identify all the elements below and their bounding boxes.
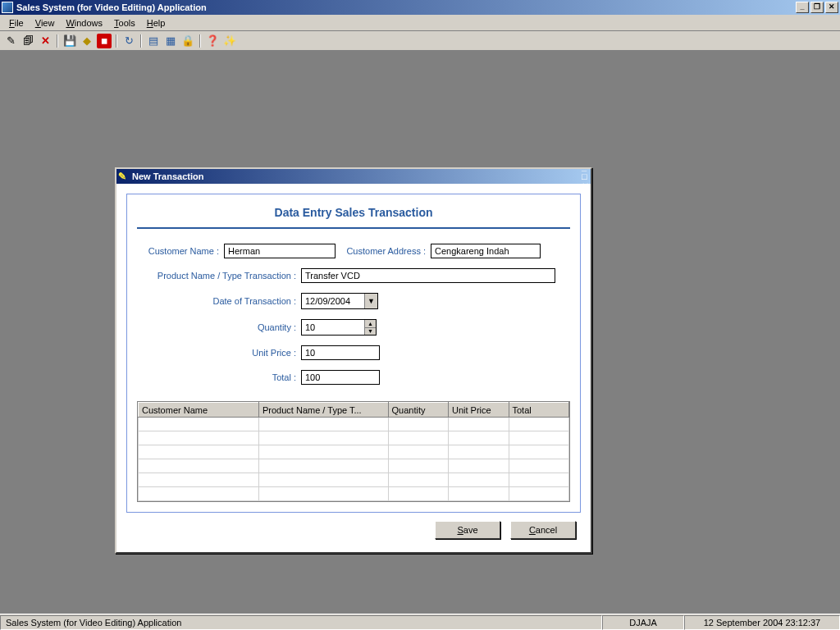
grid-header-price[interactable]: Unit Price <box>449 403 509 418</box>
statusbar-text: Sales System (for Video Editing) Applica… <box>0 615 602 630</box>
heading-separator <box>137 227 570 229</box>
toolbar-copy-icon[interactable]: 🗐 <box>21 34 35 48</box>
toolbar-new-icon[interactable]: ✎ <box>3 34 18 48</box>
grid-row[interactable] <box>139 431 569 445</box>
dialog-minimize-button[interactable]: _ <box>582 162 589 171</box>
menu-help[interactable]: Help <box>141 16 171 30</box>
toolbar-help-icon[interactable]: ❓ <box>205 34 220 48</box>
save-button[interactable]: Save <box>435 521 500 539</box>
menu-view[interactable]: View <box>30 16 61 30</box>
label-quantity: Quantity : <box>137 322 301 332</box>
menubar: File View Windows Tools Help <box>0 15 840 31</box>
toolbar-separator <box>116 34 117 48</box>
dialog-icon: ✎ <box>118 171 129 182</box>
quantity-down-icon[interactable]: ▼ <box>365 328 376 336</box>
date-input[interactable] <box>302 294 364 308</box>
grid-row[interactable] <box>139 473 569 487</box>
grid-header-product[interactable]: Product Name / Type T... <box>259 403 389 418</box>
statusbar-datetime: 12 September 2004 23:12:37 <box>684 615 840 630</box>
grid-header-customer[interactable]: Customer Name <box>139 403 259 418</box>
toolbar-separator <box>140 34 142 48</box>
grid-row[interactable] <box>139 445 569 459</box>
customer-address-input[interactable] <box>431 244 541 258</box>
date-dropdown-icon[interactable]: ▼ <box>364 294 377 308</box>
toolbar-separator <box>199 34 201 48</box>
toolbar-separator <box>57 34 58 48</box>
total-input[interactable] <box>301 370 380 385</box>
unit-price-input[interactable] <box>301 345 380 360</box>
menu-windows[interactable]: Windows <box>60 16 108 30</box>
menu-tools-label: ools <box>119 18 135 28</box>
statusbar: Sales System (for Video Editing) Applica… <box>0 614 840 630</box>
toolbar-app-icon[interactable]: ◆ <box>80 34 94 48</box>
menu-view-label: iew <box>41 18 55 28</box>
dialog-close-button[interactable]: ✕ <box>582 181 589 192</box>
cancel-button[interactable]: Cancel <box>510 521 576 539</box>
toolbar-delete-icon[interactable]: ✕ <box>38 34 52 48</box>
menu-file-label: ile <box>15 18 24 28</box>
cancel-button-text: ancel <box>536 525 557 535</box>
grid-row[interactable] <box>139 487 569 501</box>
label-customer-name: Customer Name : <box>137 246 224 256</box>
mdi-workspace: ✎ New Transaction _ □ ✕ Data Entry Sales… <box>0 51 840 614</box>
form-panel: Data Entry Sales Transaction Customer Na… <box>126 194 581 513</box>
app-title: Sales System (for Video Editing) Applica… <box>16 2 796 12</box>
label-product: Product Name / Type Transaction : <box>137 271 301 281</box>
toolbar-wizard-icon[interactable]: ✨ <box>222 34 237 48</box>
quantity-stepper[interactable]: ▲ ▼ <box>301 319 377 336</box>
toolbar-lock-icon[interactable]: 🔒 <box>180 34 195 48</box>
menu-help-label: elp <box>153 18 166 28</box>
form-heading: Data Entry Sales Transaction <box>137 201 570 227</box>
save-button-text: ave <box>463 525 478 535</box>
grid-header-total[interactable]: Total <box>509 403 569 418</box>
menu-tools[interactable]: Tools <box>108 16 141 30</box>
dialog-body: Data Entry Sales Transaction Customer Na… <box>116 184 591 552</box>
label-customer-address: Customer Address : <box>336 246 431 256</box>
app-titlebar: Sales System (for Video Editing) Applica… <box>0 0 840 15</box>
close-button[interactable]: ✕ <box>825 2 838 13</box>
product-name-input[interactable] <box>301 268 555 283</box>
toolbar-refresh-icon[interactable]: ↻ <box>121 34 136 48</box>
quantity-up-icon[interactable]: ▲ <box>365 320 376 328</box>
customer-name-input[interactable] <box>224 244 336 258</box>
grid-row[interactable] <box>139 459 569 473</box>
new-transaction-dialog: ✎ New Transaction _ □ ✕ Data Entry Sales… <box>115 167 592 554</box>
dialog-titlebar: ✎ New Transaction _ □ ✕ <box>116 169 591 184</box>
label-unit-price: Unit Price : <box>137 348 301 358</box>
transactions-grid[interactable]: Customer Name Product Name / Type T... Q… <box>137 401 570 502</box>
grid-row[interactable] <box>139 418 569 431</box>
date-picker[interactable]: ▼ <box>301 293 378 309</box>
toolbar-save-icon[interactable]: 💾 <box>62 34 77 48</box>
toolbar-stop-icon[interactable]: ◼ <box>97 34 112 48</box>
label-total: Total : <box>137 372 301 382</box>
dialog-maximize-button[interactable]: □ <box>582 171 589 181</box>
menu-file[interactable]: File <box>3 16 30 30</box>
minimize-button[interactable]: _ <box>796 2 809 13</box>
label-date: Date of Transaction : <box>137 296 301 306</box>
toolbar: ✎ 🗐 ✕ 💾 ◆ ◼ ↻ ▤ ▦ 🔒 ❓ ✨ <box>0 31 840 51</box>
app-icon <box>2 2 13 13</box>
toolbar-list-icon[interactable]: ▤ <box>146 34 161 48</box>
toolbar-grid-icon[interactable]: ▦ <box>163 34 178 48</box>
dialog-title: New Transaction <box>132 171 582 181</box>
grid-header-quantity[interactable]: Quantity <box>388 403 449 418</box>
restore-button[interactable]: ❐ <box>810 2 824 13</box>
menu-windows-label: indows <box>75 18 103 28</box>
quantity-input[interactable] <box>302 320 364 335</box>
statusbar-user: DJAJA <box>602 615 684 630</box>
